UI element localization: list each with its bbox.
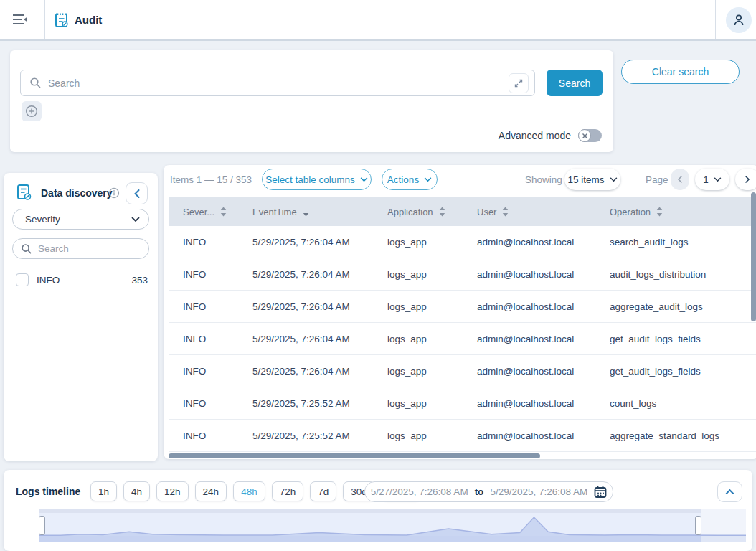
sort-icon [656, 207, 663, 217]
calendar-icon [594, 486, 607, 499]
horizontal-scrollbar-thumb[interactable] [169, 453, 540, 458]
cell-operation: audit_logs_distribution [595, 258, 756, 290]
search-icon [29, 77, 42, 89]
page-number-select[interactable]: 1 [695, 169, 729, 190]
actions-button[interactable]: Actions [382, 169, 438, 190]
cell-user: admin@localhost.local [463, 226, 595, 258]
search-button[interactable]: Search [547, 70, 603, 96]
showing-label: Showing [525, 174, 562, 185]
chevron-down-icon [424, 177, 432, 182]
advanced-mode-label: Advanced mode [499, 130, 571, 141]
range-button-12h[interactable]: 12h [156, 481, 189, 501]
sort-icon [439, 207, 445, 217]
select-table-columns-button[interactable]: Select table columns [262, 169, 372, 190]
table-header-row: Sever...EventTimeApplicationUserOperatio… [169, 197, 756, 226]
clear-search-button[interactable]: Clear search [621, 60, 740, 84]
cell-severity: INFO [169, 387, 238, 419]
cell-severity: INFO [169, 420, 238, 451]
table-row[interactable]: INFO5/29/2025, 7:26:04 AMlogs_appadmin@l… [169, 258, 756, 291]
cell-user: admin@localhost.local [463, 355, 595, 387]
table-row[interactable]: INFO5/29/2025, 7:26:04 AMlogs_appadmin@l… [169, 355, 756, 387]
range-button-7d[interactable]: 7d [310, 481, 336, 501]
facet-search-input[interactable] [38, 243, 140, 254]
range-button-24h[interactable]: 24h [195, 481, 227, 501]
table-row[interactable]: INFO5/29/2025, 7:26:04 AMlogs_appadmin@l… [169, 226, 756, 258]
search-input-wrapper [20, 70, 535, 96]
brush-bottom-band-rest [701, 536, 746, 542]
table-row[interactable]: INFO5/29/2025, 7:25:52 AMlogs_appadmin@l… [169, 387, 756, 420]
cell-application: logs_app [373, 291, 463, 322]
top-bar: Audit [0, 0, 756, 41]
facet-item: INFO 353 [4, 270, 158, 290]
cell-event_time: 5/29/2025, 7:26:04 AM [238, 291, 373, 322]
collapse-panel-button[interactable] [126, 182, 148, 204]
audit-page-icon [54, 11, 70, 32]
vertical-scrollbar [751, 192, 756, 458]
sort-desc-icon [303, 207, 309, 217]
field-selector[interactable]: Severity [12, 209, 149, 230]
chevron-down-icon [131, 217, 140, 222]
brush-bottom-band [39, 536, 701, 542]
info-icon[interactable] [108, 187, 120, 202]
audit-table-panel: Items 1 — 15 / 353 Select table columns … [164, 165, 756, 459]
field-selector-value: Severity [25, 214, 131, 225]
search-input[interactable] [48, 77, 509, 89]
range-button-48h[interactable]: 48h [233, 481, 265, 501]
cell-application: logs_app [373, 387, 463, 419]
page-title: Audit [75, 14, 102, 26]
range-button-4h[interactable]: 4h [123, 481, 150, 501]
cell-event_time: 5/29/2025, 7:26:04 AM [238, 226, 373, 258]
brush-right-handle[interactable] [695, 516, 701, 535]
toggle-thumb [578, 129, 591, 142]
table-row[interactable]: INFO5/29/2025, 7:26:04 AMlogs_appadmin@l… [169, 323, 756, 355]
collapse-timeline-button[interactable] [717, 481, 742, 502]
cell-user: admin@localhost.local [463, 323, 595, 354]
page-size-select[interactable]: 15 items [564, 169, 620, 190]
date-range-to-label: to [475, 486, 484, 497]
cell-application: logs_app [373, 420, 463, 451]
brush-left-handle[interactable] [39, 516, 45, 535]
user-avatar-button[interactable] [726, 7, 752, 33]
sidebar-toggle-button[interactable] [10, 11, 30, 29]
column-header-operation[interactable]: Operation [595, 197, 756, 226]
data-discovery-title: Data discovery [41, 187, 113, 199]
facet-checkbox[interactable] [16, 273, 29, 286]
menu-collapse-icon [11, 12, 29, 27]
data-discovery-header: Data discovery [4, 180, 158, 206]
previous-page-button[interactable] [671, 169, 689, 190]
cell-event_time: 5/29/2025, 7:25:52 AM [238, 420, 373, 451]
expand-search-button[interactable] [509, 73, 529, 93]
table-body: INFO5/29/2025, 7:26:04 AMlogs_appadmin@l… [169, 226, 756, 452]
cell-operation: count_logs [595, 387, 756, 419]
cell-operation: aggregate_audit_logs [595, 291, 756, 322]
range-button-1h[interactable]: 1h [90, 481, 117, 501]
add-filter-button[interactable] [22, 101, 42, 121]
cell-application: logs_app [373, 355, 463, 387]
advanced-mode-toggle[interactable] [578, 129, 602, 142]
chevron-down-icon [360, 177, 368, 182]
chevron-down-icon [610, 177, 618, 182]
vertical-scrollbar-thumb[interactable] [751, 192, 756, 321]
advanced-mode-row: Advanced mode [499, 129, 602, 142]
facet-item-list: INFO 353 [4, 270, 158, 290]
page-label: Page [646, 174, 668, 185]
table-row[interactable]: INFO5/29/2025, 7:26:04 AMlogs_appadmin@l… [169, 291, 756, 323]
topbar-divider-right [715, 0, 716, 39]
chevron-right-icon [745, 175, 750, 184]
next-page-button[interactable] [735, 169, 756, 190]
chevron-left-icon [677, 175, 683, 184]
column-header-application[interactable]: Application [373, 197, 463, 226]
date-range-picker[interactable]: 5/27/2025, 7:26:08 AM to 5/29/2025, 7:26… [364, 481, 613, 502]
chevron-up-icon [725, 489, 734, 495]
logs-timeline-title: Logs timeline [16, 486, 80, 497]
user-icon [732, 13, 746, 27]
column-header-user[interactable]: User [463, 197, 595, 226]
column-header-event_time[interactable]: EventTime [238, 197, 373, 226]
range-button-72h[interactable]: 72h [272, 481, 304, 501]
table-row[interactable]: INFO5/29/2025, 7:25:52 AMlogs_appadmin@l… [169, 420, 756, 452]
cell-event_time: 5/29/2025, 7:26:04 AM [238, 355, 373, 387]
column-header-severity[interactable]: Sever... [169, 197, 238, 226]
items-summary: Items 1 — 15 / 353 [170, 174, 252, 185]
cell-user: admin@localhost.local [463, 258, 595, 290]
cell-user: admin@localhost.local [463, 387, 595, 419]
